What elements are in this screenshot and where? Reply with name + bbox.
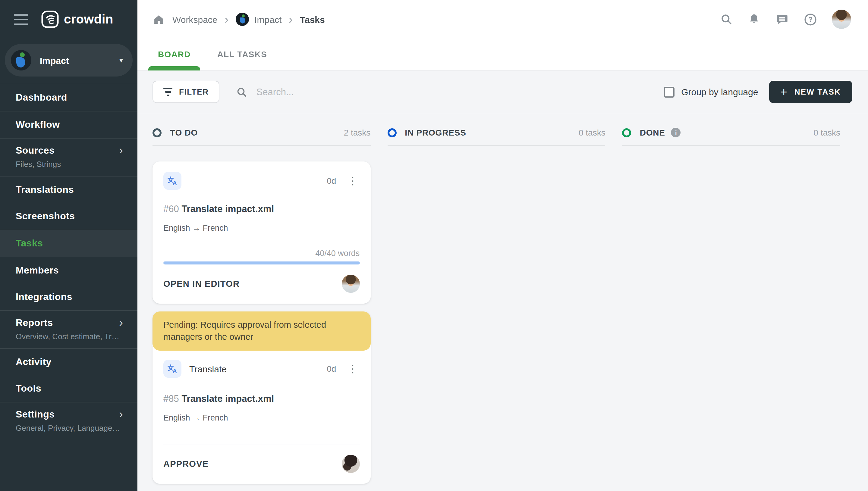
task-title: #85 Translate impact.xml [163, 394, 360, 404]
project-name: Impact [40, 55, 119, 65]
sidebar-item-integrations[interactable]: Integrations [0, 284, 137, 311]
task-menu-icon[interactable]: ⋮ [346, 174, 360, 187]
card-divider [163, 444, 360, 445]
new-task-button[interactable]: + NEW TASK [769, 81, 852, 103]
column-header-done: DONE i 0 tasks [622, 128, 840, 146]
task-language-pair: English → French [163, 224, 360, 233]
chevron-right-icon: › [119, 146, 123, 155]
breadcrumb-workspace[interactable]: Workspace [172, 14, 218, 24]
hamburger-menu-icon[interactable] [14, 14, 28, 25]
breadcrumb-project-avatar [236, 13, 249, 26]
breadcrumb-separator-icon: › [225, 13, 229, 25]
tab-board[interactable]: BOARD [148, 38, 200, 70]
info-icon[interactable]: i [671, 128, 681, 137]
crowdin-tasks-page: crowdin Impact ▾ Dashboard Workflow Sour… [0, 0, 868, 491]
sidebar-item-tools[interactable]: Tools [0, 375, 137, 402]
column-header-in-progress: IN PROGRESS 0 tasks [387, 128, 605, 146]
column-todo: TO DO 2 tasks [152, 128, 370, 484]
chevron-right-icon: › [119, 319, 123, 327]
in-progress-status-icon [387, 128, 396, 137]
help-icon[interactable]: ? [804, 12, 817, 26]
active-tab-indicator [148, 66, 200, 70]
project-avatar [11, 50, 31, 70]
sidebar-item-settings[interactable]: Settings › General, Privacy, Languages, … [0, 402, 137, 440]
kanban-board: TO DO 2 tasks [137, 113, 868, 484]
tabs: BOARD ALL TASKS [137, 38, 284, 70]
plus-icon: + [780, 86, 787, 97]
todo-status-icon [152, 128, 162, 137]
done-status-icon [622, 128, 632, 137]
sidebar-item-tasks[interactable]: Tasks [0, 230, 137, 257]
sidebar-item-subtitle: General, Privacy, Languages, Q… [16, 424, 123, 433]
breadcrumb: Workspace › Impact › Tasks [137, 0, 868, 38]
task-due: 0d [327, 176, 336, 185]
sidebar-item-workflow[interactable]: Workflow [0, 112, 137, 139]
chevron-right-icon: › [119, 410, 123, 419]
messages-icon[interactable] [775, 12, 789, 26]
tab-all-tasks[interactable]: ALL TASKS [208, 38, 277, 70]
filter-button[interactable]: FILTER [152, 81, 220, 103]
header-actions: ? [720, 10, 851, 29]
group-by-language-label[interactable]: Group by language [681, 87, 758, 97]
brand-name: crowdin [64, 12, 113, 27]
column-done: DONE i 0 tasks [622, 128, 840, 484]
translate-task-icon: A [163, 360, 181, 378]
column-in-progress: IN PROGRESS 0 tasks [387, 128, 605, 484]
project-switcher[interactable]: Impact ▾ [5, 44, 133, 77]
group-by-language-checkbox[interactable] [664, 86, 674, 97]
task-type-label: Translate [189, 364, 227, 374]
column-count: 0 tasks [579, 128, 606, 137]
crowdin-logo-icon [41, 10, 59, 28]
breadcrumb-separator-icon: › [289, 13, 292, 25]
sidebar-item-subtitle: Overview, Cost estimate, Transl… [16, 332, 123, 341]
sidebar-item-subtitle: Files, Strings [16, 160, 123, 169]
translate-task-icon: A [163, 172, 181, 190]
task-id: #85 [163, 394, 179, 404]
sidebar-menu: Dashboard Workflow Sources › Files, Stri… [0, 84, 137, 440]
sidebar-item-screenshots[interactable]: Screenshots [0, 203, 137, 230]
task-progress-bar [163, 261, 360, 264]
sidebar-item-dashboard[interactable]: Dashboard [0, 84, 137, 112]
toolbar: FILTER Group by language + NEW TASK [152, 81, 852, 103]
task-due: 0d [327, 364, 336, 374]
search-icon[interactable] [720, 13, 733, 26]
approve-button[interactable]: APPROVE [163, 459, 208, 469]
sidebar: crowdin Impact ▾ Dashboard Workflow Sour… [0, 0, 137, 491]
task-card-85[interactable]: Pending: Requires approval from selected… [152, 312, 370, 484]
sidebar-item-members[interactable]: Members [0, 257, 137, 284]
search-icon [236, 86, 248, 98]
page-header: Workspace › Impact › Tasks [137, 0, 868, 70]
task-language-pair: English → French [163, 413, 360, 422]
filter-icon [163, 88, 172, 96]
task-words-progress: 40/40 words [163, 249, 360, 258]
sidebar-item-translations[interactable]: Translations [0, 176, 137, 203]
task-title: #60 Translate impact.xml [163, 204, 360, 214]
task-menu-icon[interactable]: ⋮ [346, 363, 360, 375]
column-header-todo: TO DO 2 tasks [152, 128, 370, 146]
svg-text:?: ? [808, 16, 813, 23]
breadcrumb-project[interactable]: Impact [254, 14, 281, 24]
sidebar-item-sources[interactable]: Sources › Files, Strings [0, 139, 137, 176]
sidebar-item-activity[interactable]: Activity [0, 349, 137, 375]
sidebar-item-reports[interactable]: Reports › Overview, Cost estimate, Trans… [0, 311, 137, 349]
user-avatar[interactable] [832, 10, 851, 29]
breadcrumb-current-page: Tasks [300, 14, 325, 24]
pending-approval-banner: Pending: Requires approval from selected… [152, 312, 370, 351]
home-icon[interactable] [152, 13, 165, 26]
column-count: 2 tasks [344, 128, 371, 137]
svg-text:A: A [172, 368, 177, 374]
notifications-bell-icon[interactable] [748, 13, 761, 26]
column-count: 0 tasks [813, 128, 840, 137]
crowdin-logo[interactable]: crowdin [41, 10, 113, 28]
assignee-avatar [341, 275, 360, 293]
chevron-down-icon: ▾ [119, 56, 123, 64]
open-in-editor-button[interactable]: OPEN IN EDITOR [163, 279, 240, 289]
task-progress-fill [163, 261, 360, 264]
assignee-avatar [341, 455, 360, 473]
svg-text:A: A [172, 179, 177, 186]
task-id: #60 [163, 204, 179, 214]
task-card-60[interactable]: A 0d ⋮ #60 Transl [152, 162, 370, 304]
search-input[interactable] [255, 86, 448, 98]
board-content: FILTER Group by language + NEW TASK [137, 70, 868, 491]
